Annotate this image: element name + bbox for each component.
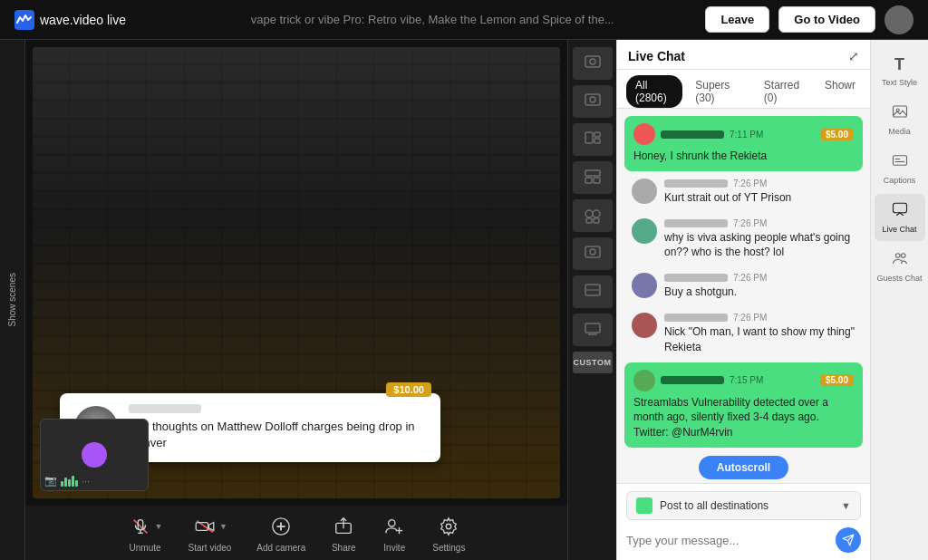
unmute-button[interactable]: ▼ Unmute <box>128 514 163 553</box>
chat-time-6: 7:15 PM <box>730 375 763 385</box>
leave-button[interactable]: Leave <box>705 6 769 33</box>
chat-text-3: why is viva asking people what's going o… <box>664 230 856 261</box>
media-icon <box>892 103 908 123</box>
unmute-caret: ▼ <box>155 522 163 531</box>
sidebar-item-captions[interactable]: Captions <box>875 145 925 192</box>
svg-point-16 <box>590 59 595 64</box>
svg-rect-29 <box>585 246 600 257</box>
svg-point-41 <box>895 254 900 258</box>
chat-avatar-5 <box>632 313 657 338</box>
svg-rect-0 <box>14 10 34 30</box>
mini-camera-icon: 📷 <box>44 475 57 487</box>
svg-rect-22 <box>585 170 600 176</box>
custom-button[interactable]: CUSTOM <box>573 352 613 373</box>
thumb-item-4[interactable] <box>573 161 613 194</box>
mini-preview: 📷 ··· <box>40 419 149 491</box>
sidebar-item-text-style[interactable]: T Text Style <box>875 47 925 94</box>
thumb-item-2[interactable] <box>573 85 613 118</box>
live-chat-header: Live Chat ⤢ <box>617 40 870 70</box>
chat-name-bar-6 <box>661 376 724 384</box>
header-stream-title: vape trick or vibe Pro: Retro vibe, Make… <box>160 13 705 26</box>
controls-bar: ▼ Unmute ▼ Start video <box>25 506 567 560</box>
header: wave.video live vape trick or vibe Pro: … <box>0 0 928 40</box>
message-input[interactable] <box>626 534 828 547</box>
expand-icon[interactable]: ⤢ <box>848 49 859 63</box>
share-button[interactable]: Share <box>331 514 356 553</box>
guests-chat-label: Guests Chat <box>876 274 922 283</box>
sidebar-item-live-chat[interactable]: Live Chat <box>875 194 925 241</box>
chat-badge-6: $5.00 <box>820 374 854 386</box>
invite-button[interactable]: Invite <box>382 514 407 553</box>
thumb-item-8[interactable] <box>573 314 613 346</box>
chat-text-4: Buy a shotgun. <box>664 285 856 300</box>
show-scenes-label[interactable]: Show scenes <box>7 273 17 326</box>
thumb-item-1[interactable] <box>573 47 613 80</box>
unmute-dropdown: ▼ <box>128 514 163 539</box>
destination-logo <box>636 497 652 514</box>
thumb-item-6[interactable] <box>573 237 613 270</box>
add-camera-label: Add camera <box>256 543 305 553</box>
mini-bar-2 <box>64 478 67 487</box>
chat-header-5: 7:26 PM <box>664 313 856 323</box>
sidebar-item-guests-chat[interactable]: Guests Chat <box>875 243 925 290</box>
svg-rect-35 <box>893 106 906 117</box>
chat-input-area: Post to all destinations ▼ <box>617 483 870 560</box>
svg-point-26 <box>593 210 600 217</box>
chat-text-1: Honey, I shrunk the Rekieta <box>633 149 854 164</box>
thumbnail-strip: CUSTOM <box>567 40 616 560</box>
unmute-icon <box>128 514 153 539</box>
chat-time-3: 7:26 PM <box>733 218 767 228</box>
svg-rect-28 <box>594 218 599 223</box>
svg-point-30 <box>590 249 595 255</box>
autoscroll-button[interactable]: Autoscroll <box>699 456 788 479</box>
chat-body-2: 7:26 PM Kurt strait out of YT Prison <box>664 179 856 206</box>
destination-caret-icon: ▼ <box>841 500 851 511</box>
thumb-item-3[interactable] <box>573 123 613 156</box>
chat-destination-selector[interactable]: Post to all destinations ▼ <box>626 491 861 520</box>
chat-name-bar-1 <box>661 130 724 139</box>
start-video-button[interactable]: ▼ Start video <box>188 514 232 553</box>
chat-avatar-2 <box>632 179 657 204</box>
chat-avatar-3 <box>632 218 657 244</box>
chat-tab-supers[interactable]: Supers (30) <box>686 75 751 108</box>
chat-name-2 <box>664 179 728 188</box>
mini-bar-4 <box>72 476 74 487</box>
chat-name-3 <box>664 219 728 227</box>
settings-button[interactable]: Settings <box>432 514 465 553</box>
thumb-item-5[interactable] <box>573 199 613 232</box>
chat-text-2: Kurt strait out of YT Prison <box>664 190 856 206</box>
chat-time-1: 7:11 PM <box>730 130 763 140</box>
logo-icon <box>14 10 34 30</box>
chat-message-super-1: 7:11 PM $5.00 Honey, I shrunk the Rekiet… <box>624 116 863 171</box>
chat-input-row <box>626 527 861 553</box>
left-sidebar: Show scenes <box>0 40 25 560</box>
chat-body-5: 7:26 PM Nick "Oh man, I want to show my … <box>664 313 856 355</box>
mini-bar-1 <box>61 481 63 487</box>
svg-rect-27 <box>586 218 592 223</box>
user-avatar[interactable] <box>884 5 914 34</box>
chat-tab-showr[interactable]: Showr <box>819 75 861 108</box>
mini-more-icon[interactable]: ··· <box>82 476 90 487</box>
chat-message-2: 7:26 PM Kurt strait out of YT Prison <box>624 173 863 211</box>
chat-time-2: 7:26 PM <box>733 179 767 188</box>
video-panel: $10.00 Any thoughts on Matthew Dolloff c… <box>33 47 560 498</box>
super-chat-message: Any thoughts on Matthew Dolloff charges … <box>129 419 426 451</box>
chat-tab-starred[interactable]: Starred (0) <box>755 75 816 108</box>
sidebar-item-media[interactable]: Media <box>875 96 925 143</box>
chat-name-5 <box>664 314 728 322</box>
live-chat-sidebar-icon <box>892 201 908 221</box>
logo-text: wave.video live <box>40 13 126 27</box>
add-camera-button[interactable]: Add camera <box>256 514 305 553</box>
live-chat-panel: Live Chat ⤢ All (2806) Supers (30) Starr… <box>616 40 870 560</box>
go-to-video-button[interactable]: Go to Video <box>778 6 875 33</box>
settings-label: Settings <box>432 543 465 553</box>
chat-header-3: 7:26 PM <box>664 218 856 228</box>
chat-tab-all[interactable]: All (2806) <box>626 75 682 108</box>
thumb-item-7[interactable] <box>573 275 613 308</box>
share-label: Share <box>332 543 356 553</box>
svg-point-25 <box>585 210 593 217</box>
chat-time-5: 7:26 PM <box>733 313 767 323</box>
chat-avatar-1 <box>633 123 655 145</box>
send-button[interactable] <box>836 527 861 553</box>
svg-rect-21 <box>594 139 600 143</box>
